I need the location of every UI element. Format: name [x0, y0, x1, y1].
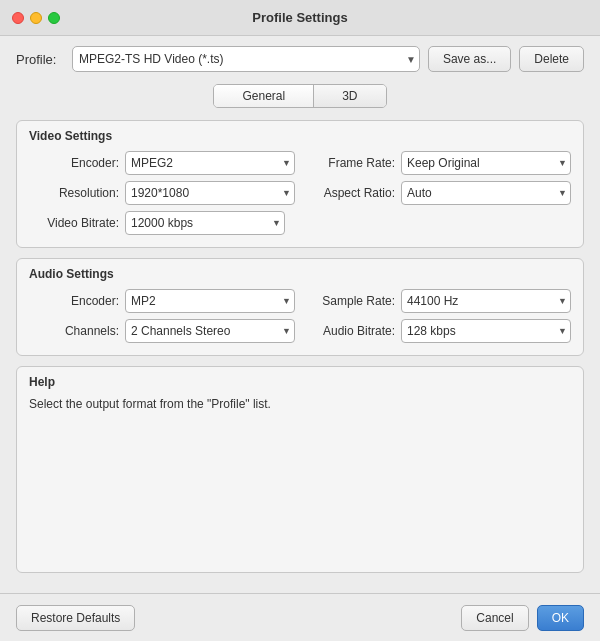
- encoder-select[interactable]: MPEG2 H.264 H.265: [125, 151, 295, 175]
- sample-rate-row: Sample Rate: 44100 Hz 48000 Hz 22050 Hz …: [305, 289, 571, 313]
- tabs-container: General 3D: [213, 84, 386, 108]
- frame-rate-select[interactable]: Keep Original 23.976 24 25 29.97 30: [401, 151, 571, 175]
- main-content: Profile: MPEG2-TS HD Video (*.ts) MPEG2-…: [0, 36, 600, 593]
- frame-rate-select-wrapper: Keep Original 23.976 24 25 29.97 30 ▼: [401, 151, 571, 175]
- audio-encoder-row: Encoder: MP2 AAC MP3 AC3 ▼: [29, 289, 295, 313]
- audio-settings-section: Audio Settings Encoder: MP2 AAC MP3 AC3 …: [16, 258, 584, 356]
- video-fields-grid: Encoder: MPEG2 H.264 H.265 ▼ Frame Rate:…: [29, 151, 571, 205]
- video-bitrate-select[interactable]: 12000 kbps 8000 kbps 6000 kbps 4000 kbps…: [125, 211, 285, 235]
- resolution-select-wrapper: 1920*1080 1280*720 720*480 720*576 ▼: [125, 181, 295, 205]
- tabs-row: General 3D: [16, 84, 584, 108]
- audio-encoder-label: Encoder:: [29, 294, 119, 308]
- resolution-select[interactable]: 1920*1080 1280*720 720*480 720*576: [125, 181, 295, 205]
- profile-select[interactable]: MPEG2-TS HD Video (*.ts) MPEG2-TS SD Vid…: [72, 46, 420, 72]
- tab-general[interactable]: General: [214, 85, 314, 107]
- audio-encoder-select-wrapper: MP2 AAC MP3 AC3 ▼: [125, 289, 295, 313]
- audio-settings-title: Audio Settings: [29, 267, 571, 281]
- help-title: Help: [29, 375, 571, 389]
- help-section: Help Select the output format from the "…: [16, 366, 584, 573]
- audio-fields-grid: Encoder: MP2 AAC MP3 AC3 ▼ Sample Rate:: [29, 289, 571, 343]
- frame-rate-row: Frame Rate: Keep Original 23.976 24 25 2…: [305, 151, 571, 175]
- channels-select[interactable]: 2 Channels Stereo 1 Channel Mono 6 Chann…: [125, 319, 295, 343]
- audio-bitrate-label: Audio Bitrate:: [305, 324, 395, 338]
- channels-label: Channels:: [29, 324, 119, 338]
- help-text: Select the output format from the "Profi…: [29, 397, 571, 411]
- encoder-row: Encoder: MPEG2 H.264 H.265 ▼: [29, 151, 295, 175]
- encoder-select-wrapper: MPEG2 H.264 H.265 ▼: [125, 151, 295, 175]
- video-bitrate-select-wrapper: 12000 kbps 8000 kbps 6000 kbps 4000 kbps…: [125, 211, 285, 235]
- ok-button[interactable]: OK: [537, 605, 584, 631]
- minimize-button[interactable]: [30, 12, 42, 24]
- restore-defaults-button[interactable]: Restore Defaults: [16, 605, 135, 631]
- tab-3d[interactable]: 3D: [314, 85, 385, 107]
- video-bitrate-label: Video Bitrate:: [29, 216, 119, 230]
- traffic-lights: [12, 12, 60, 24]
- sample-rate-select[interactable]: 44100 Hz 48000 Hz 22050 Hz 32000 Hz: [401, 289, 571, 313]
- video-bitrate-row: Video Bitrate: 12000 kbps 8000 kbps 6000…: [29, 211, 571, 235]
- video-settings-title: Video Settings: [29, 129, 571, 143]
- sample-rate-label: Sample Rate:: [305, 294, 395, 308]
- window-title: Profile Settings: [252, 10, 347, 25]
- profile-select-wrapper: MPEG2-TS HD Video (*.ts) MPEG2-TS SD Vid…: [72, 46, 420, 72]
- delete-button[interactable]: Delete: [519, 46, 584, 72]
- audio-bitrate-select-wrapper: 128 kbps 192 kbps 256 kbps 320 kbps 64 k…: [401, 319, 571, 343]
- channels-select-wrapper: 2 Channels Stereo 1 Channel Mono 6 Chann…: [125, 319, 295, 343]
- channels-row: Channels: 2 Channels Stereo 1 Channel Mo…: [29, 319, 295, 343]
- profile-row: Profile: MPEG2-TS HD Video (*.ts) MPEG2-…: [16, 46, 584, 72]
- bottom-right-buttons: Cancel OK: [461, 605, 584, 631]
- frame-rate-label: Frame Rate:: [305, 156, 395, 170]
- encoder-label: Encoder:: [29, 156, 119, 170]
- audio-bitrate-row: Audio Bitrate: 128 kbps 192 kbps 256 kbp…: [305, 319, 571, 343]
- save-as-button[interactable]: Save as...: [428, 46, 511, 72]
- resolution-label: Resolution:: [29, 186, 119, 200]
- video-settings-section: Video Settings Encoder: MPEG2 H.264 H.26…: [16, 120, 584, 248]
- aspect-ratio-select-wrapper: Auto 4:3 16:9 ▼: [401, 181, 571, 205]
- audio-bitrate-select[interactable]: 128 kbps 192 kbps 256 kbps 320 kbps 64 k…: [401, 319, 571, 343]
- aspect-ratio-select[interactable]: Auto 4:3 16:9: [401, 181, 571, 205]
- sample-rate-select-wrapper: 44100 Hz 48000 Hz 22050 Hz 32000 Hz ▼: [401, 289, 571, 313]
- maximize-button[interactable]: [48, 12, 60, 24]
- audio-encoder-select[interactable]: MP2 AAC MP3 AC3: [125, 289, 295, 313]
- bottom-bar: Restore Defaults Cancel OK: [0, 593, 600, 641]
- cancel-button[interactable]: Cancel: [461, 605, 528, 631]
- close-button[interactable]: [12, 12, 24, 24]
- title-bar: Profile Settings: [0, 0, 600, 36]
- resolution-row: Resolution: 1920*1080 1280*720 720*480 7…: [29, 181, 295, 205]
- aspect-ratio-row: Aspect Ratio: Auto 4:3 16:9 ▼: [305, 181, 571, 205]
- aspect-ratio-label: Aspect Ratio:: [305, 186, 395, 200]
- profile-label: Profile:: [16, 52, 64, 67]
